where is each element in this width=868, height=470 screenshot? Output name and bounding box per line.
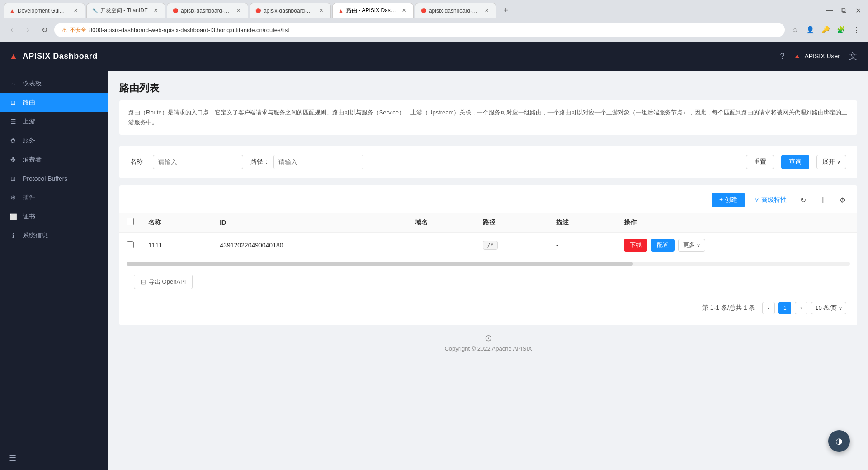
next-page-button[interactable]: ›	[795, 302, 807, 314]
page-1-button[interactable]: 1	[778, 302, 791, 314]
more-chevron-icon: ∨	[697, 242, 700, 248]
tab-5[interactable]: ▲ 路由 - APISIX Dashboard ✕	[332, 3, 414, 18]
row-description-cell: -	[549, 233, 617, 258]
select-all-checkbox[interactable]	[127, 218, 134, 225]
export-openapi-button[interactable]: ⊟ 导出 OpenAPI	[134, 275, 193, 289]
horizontal-scrollbar[interactable]	[127, 262, 850, 266]
app: ▲ APISIX Dashboard ○ 仪表板 ⊟ 路由 ☰ 上游 ✿ 服务 …	[0, 42, 868, 470]
search-panel: 名称： 路径： 重置 查询 展开 ∨	[119, 146, 857, 178]
sidebar-item-sysinfo[interactable]: ℹ 系统信息	[0, 226, 108, 245]
menu-icon[interactable]: ⋮	[850, 24, 863, 36]
pagination-info: 第 1-1 条/总共 1 条	[702, 304, 755, 312]
col-id: ID	[212, 213, 408, 233]
configure-button[interactable]: 配置	[651, 239, 675, 252]
tab-6[interactable]: 🔴 apisix-dashboard-api - T... ✕	[415, 3, 496, 18]
sidebar-item-label-consumer: 消费者	[23, 156, 42, 164]
reload-button[interactable]: ↻	[38, 24, 51, 36]
bookmark-icon[interactable]: ☆	[788, 24, 801, 36]
consumer-icon: ✤	[9, 156, 17, 164]
tab-4[interactable]: 🔴 apisix-dashboard-web - ... ✕	[250, 3, 331, 18]
forward-button[interactable]: ›	[22, 24, 34, 36]
tab-3[interactable]: 🔴 apisix-dashboard-test - T... ✕	[167, 3, 248, 18]
create-route-button[interactable]: + 创建	[712, 193, 745, 207]
extensions-icon[interactable]: 🧩	[835, 24, 847, 36]
sidebar-item-label-plugin: 插件	[23, 194, 35, 202]
route-icon: ⊟	[9, 99, 17, 107]
sidebar-item-routes[interactable]: ⊟ 路由	[0, 93, 108, 112]
sidebar-item-label-dashboard: 仪表板	[23, 80, 42, 88]
row-select-checkbox[interactable]	[127, 241, 134, 248]
proto-icon: ⊡	[9, 175, 17, 183]
address-bar: ‹ › ↻ ⚠ 不安全 8000-apisix-dashboard-web-ap…	[0, 18, 868, 42]
plugin-icon: ❄	[9, 194, 17, 202]
settings-button[interactable]: ⚙	[835, 193, 850, 207]
address-input[interactable]: ⚠ 不安全 8000-apisix-dashboard-web-apisix-d…	[54, 23, 785, 37]
table-panel: + 创建 ∨ 高级特性 ↻ Ⅰ ⚙	[119, 185, 857, 325]
page-description: 路由（Route）是请求的入口点，它定义了客户端请求与服务之间的匹配规则。路由可…	[119, 100, 857, 135]
export-icon: ⊟	[141, 278, 146, 285]
floating-action-button[interactable]: ◑	[828, 430, 850, 452]
cert-icon: ⬜	[9, 213, 17, 221]
tab-1[interactable]: ▲ Development Guide | Ap... ✕	[4, 3, 85, 18]
user-menu[interactable]: ▲ APISIX User	[794, 52, 840, 60]
prev-page-button[interactable]: ‹	[762, 302, 775, 314]
col-name: 名称	[141, 213, 212, 233]
tab-6-close[interactable]: ✕	[483, 7, 491, 14]
more-actions-label: 更多	[683, 241, 695, 249]
table-header: 名称 ID 域名 路径 描述 操作	[119, 213, 857, 233]
advanced-features-button[interactable]: ∨ 高级特性	[750, 196, 790, 204]
upstream-icon: ☰	[9, 118, 17, 126]
sidebar-item-consumer[interactable]: ✤ 消费者	[0, 150, 108, 169]
sidebar-logo: ▲ APISIX Dashboard	[0, 42, 108, 71]
name-search-input[interactable]	[153, 155, 243, 169]
tab-2[interactable]: 🔧 开发空间 - TitanIDE ✕	[86, 3, 165, 18]
row-name-cell: 1111	[141, 233, 212, 258]
browser-chrome: ▲ Development Guide | Ap... ✕ 🔧 开发空间 - T…	[0, 0, 868, 42]
tab-6-title: apisix-dashboard-api - T...	[429, 8, 479, 14]
expand-search-label: 展开	[822, 158, 835, 166]
tab-3-close[interactable]: ✕	[235, 7, 242, 14]
sidebar-nav: ○ 仪表板 ⊟ 路由 ☰ 上游 ✿ 服务 ✤ 消费者 ⊡ Protocol Bu…	[0, 71, 108, 446]
page-size-selector[interactable]: 10 条/页 ∨	[811, 302, 846, 314]
tab-1-close[interactable]: ✕	[72, 7, 79, 14]
back-button[interactable]: ‹	[5, 24, 18, 36]
reset-button[interactable]: 重置	[746, 155, 774, 169]
sidebar-item-label-cert: 证书	[23, 213, 35, 221]
tab-2-close[interactable]: ✕	[152, 7, 160, 14]
sidebar-item-plugin[interactable]: ❄ 插件	[0, 188, 108, 207]
search-button[interactable]: 查询	[781, 155, 809, 169]
profile-icon[interactable]: 👤	[804, 24, 816, 36]
github-icon[interactable]: ⊙	[127, 332, 850, 343]
tab-4-close[interactable]: ✕	[318, 7, 325, 14]
path-search-input[interactable]	[273, 155, 363, 169]
collapse-sidebar-button[interactable]: ☰	[9, 453, 99, 463]
sidebar-item-upstream[interactable]: ☰ 上游	[0, 112, 108, 131]
restore-button[interactable]: ⧉	[837, 4, 850, 17]
scrollbar-thumb[interactable]	[127, 262, 633, 266]
offline-button[interactable]: 下线	[624, 239, 647, 252]
more-actions-button[interactable]: 更多 ∨	[678, 239, 705, 252]
action-buttons: 下线 配置 更多 ∨	[624, 239, 850, 252]
sidebar-item-label-sysinfo: 系统信息	[23, 232, 48, 240]
sidebar-item-service[interactable]: ✿ 服务	[0, 131, 108, 150]
close-button[interactable]: ✕	[852, 4, 864, 17]
expand-search-button[interactable]: 展开 ∨	[816, 155, 846, 169]
username-label: APISIX User	[804, 52, 840, 60]
help-icon[interactable]: ?	[780, 52, 785, 61]
minimize-button[interactable]: —	[823, 4, 835, 17]
sidebar-item-cert[interactable]: ⬜ 证书	[0, 207, 108, 226]
export-area: ⊟ 导出 OpenAPI	[119, 269, 857, 294]
sidebar-item-dashboard[interactable]: ○ 仪表板	[0, 74, 108, 93]
refresh-button[interactable]: ↻	[796, 193, 810, 207]
language-switcher[interactable]: 文	[849, 51, 857, 62]
density-button[interactable]: Ⅰ	[816, 193, 830, 207]
tab-5-close[interactable]: ✕	[401, 7, 408, 14]
col-actions: 操作	[617, 213, 857, 233]
sidebar-item-proto[interactable]: ⊡ Protocol Buffers	[0, 169, 108, 188]
sidebar-item-label-proto: Protocol Buffers	[23, 175, 67, 182]
key-icon[interactable]: 🔑	[819, 24, 832, 36]
page-content-area: 路由列表 路由（Route）是请求的入口点，它定义了客户端请求与服务之间的匹配规…	[108, 71, 868, 470]
path-search-label: 路径：	[250, 158, 269, 166]
new-tab-button[interactable]: +	[500, 4, 512, 17]
table-toolbar: + 创建 ∨ 高级特性 ↻ Ⅰ ⚙	[119, 193, 857, 213]
